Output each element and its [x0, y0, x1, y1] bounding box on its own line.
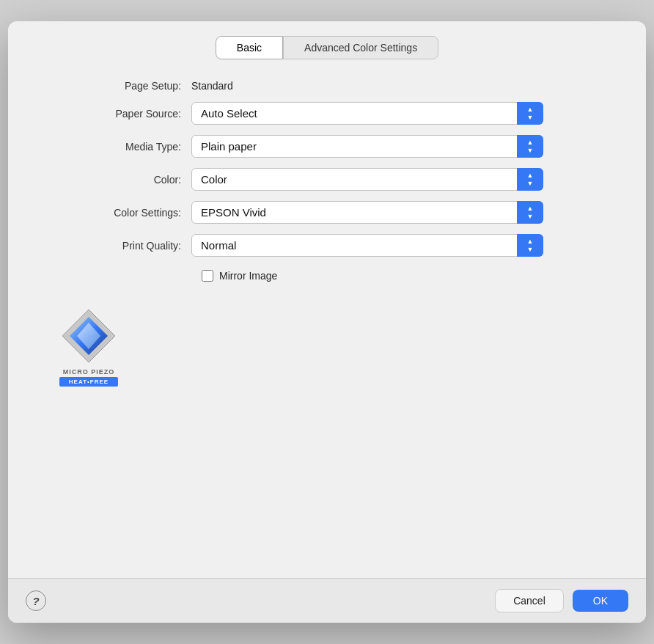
paper-source-label: Paper Source: — [52, 108, 191, 120]
mirror-image-checkbox[interactable] — [202, 270, 213, 282]
tab-basic[interactable]: Basic — [216, 36, 283, 59]
page-setup-row: Page Setup: Standard — [52, 80, 624, 92]
mirror-image-label[interactable]: Mirror Image — [219, 270, 277, 282]
paper-source-select[interactable]: Auto Select Cassette Sheet Feeder - Rear — [191, 102, 543, 125]
page-setup-value: Standard — [191, 80, 233, 92]
tab-bar: Basic Advanced Color Settings — [30, 36, 624, 59]
media-type-row: Media Type: Plain paper Premium Glossy P… — [52, 135, 624, 158]
color-settings-label: Color Settings: — [52, 207, 191, 219]
form-area: Page Setup: Standard Paper Source: Auto … — [30, 80, 624, 292]
help-button[interactable]: ? — [26, 590, 46, 611]
micro-piezo-logo — [59, 307, 118, 365]
print-quality-label: Print Quality: — [52, 240, 191, 252]
bottom-actions: Cancel OK — [495, 589, 628, 612]
color-row: Color: Color Black/Grayscale Advanced B&… — [52, 168, 624, 191]
color-settings-row: Color Settings: EPSON Vivid Adobe RGB sR… — [52, 201, 624, 224]
mirror-image-row: Mirror Image — [202, 270, 624, 282]
print-quality-row: Print Quality: Normal Fine Super Fine Dr… — [52, 234, 624, 257]
color-settings-select[interactable]: EPSON Vivid Adobe RGB sRGB Custom — [191, 201, 543, 224]
ok-button[interactable]: OK — [573, 590, 628, 612]
media-type-label: Media Type: — [52, 141, 191, 153]
heat-free-badge: HEAT•FREE — [59, 377, 118, 387]
print-dialog: Basic Advanced Color Settings Page Setup… — [8, 21, 646, 623]
print-quality-select[interactable]: Normal Fine Super Fine Draft — [191, 234, 543, 257]
logo-area: MICRO PIEZO HEAT•FREE — [59, 307, 624, 387]
color-settings-select-wrapper: EPSON Vivid Adobe RGB sRGB Custom ▲ ▼ — [191, 201, 543, 224]
tab-advanced-color-settings[interactable]: Advanced Color Settings — [283, 36, 438, 59]
cancel-button[interactable]: Cancel — [495, 589, 564, 612]
color-label: Color: — [52, 174, 191, 186]
media-type-select-wrapper: Plain paper Premium Glossy Photo Quality… — [191, 135, 543, 158]
micro-piezo-text: MICRO PIEZO — [59, 368, 118, 376]
media-type-select[interactable]: Plain paper Premium Glossy Photo Quality… — [191, 135, 543, 158]
color-select[interactable]: Color Black/Grayscale Advanced B&W Photo — [191, 168, 543, 191]
paper-source-select-wrapper: Auto Select Cassette Sheet Feeder - Rear… — [191, 102, 543, 125]
paper-source-row: Paper Source: Auto Select Cassette Sheet… — [52, 102, 624, 125]
bottom-bar: ? Cancel OK — [8, 578, 646, 623]
print-quality-select-wrapper: Normal Fine Super Fine Draft ▲ ▼ — [191, 234, 543, 257]
page-setup-label: Page Setup: — [52, 80, 191, 92]
color-select-wrapper: Color Black/Grayscale Advanced B&W Photo… — [191, 168, 543, 191]
